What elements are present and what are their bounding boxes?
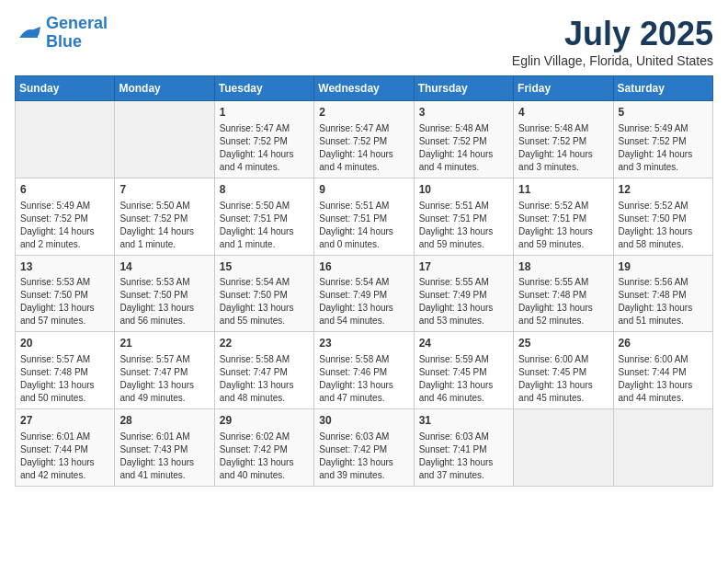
- location: Eglin Village, Florida, United States: [512, 53, 713, 68]
- week-row-3: 13Sunrise: 5:53 AM Sunset: 7:50 PM Dayli…: [16, 255, 713, 332]
- logo: General Blue: [15, 15, 108, 52]
- calendar-cell: 11Sunrise: 5:52 AM Sunset: 7:51 PM Dayli…: [514, 178, 613, 255]
- calendar-cell: [613, 409, 712, 487]
- logo-text: General Blue: [46, 15, 108, 52]
- cell-info: Sunrise: 5:56 AM Sunset: 7:48 PM Dayligh…: [619, 276, 708, 327]
- calendar-cell: 25Sunrise: 6:00 AM Sunset: 7:45 PM Dayli…: [514, 332, 613, 409]
- header-monday: Monday: [115, 76, 214, 101]
- day-number: 28: [119, 413, 209, 429]
- cell-info: Sunrise: 5:54 AM Sunset: 7:49 PM Dayligh…: [319, 276, 408, 327]
- day-number: 20: [20, 336, 109, 351]
- calendar-cell: 16Sunrise: 5:54 AM Sunset: 7:49 PM Dayli…: [314, 255, 414, 332]
- day-number: 21: [119, 336, 209, 351]
- calendar-cell: 31Sunrise: 6:03 AM Sunset: 7:41 PM Dayli…: [414, 409, 513, 487]
- day-number: 3: [419, 105, 508, 121]
- header-wednesday: Wednesday: [314, 76, 414, 101]
- week-row-5: 27Sunrise: 6:01 AM Sunset: 7:44 PM Dayli…: [16, 409, 713, 487]
- cell-info: Sunrise: 6:02 AM Sunset: 7:42 PM Dayligh…: [220, 431, 309, 482]
- title-block: July 2025 Eglin Village, Florida, United…: [512, 15, 713, 68]
- day-number: 24: [419, 336, 508, 351]
- day-number: 26: [619, 336, 708, 351]
- month-title: July 2025: [512, 15, 713, 53]
- day-number: 14: [119, 259, 209, 275]
- calendar-cell: 8Sunrise: 5:50 AM Sunset: 7:51 PM Daylig…: [214, 178, 313, 255]
- calendar-cell: 13Sunrise: 5:53 AM Sunset: 7:50 PM Dayli…: [16, 255, 115, 332]
- cell-info: Sunrise: 5:48 AM Sunset: 7:52 PM Dayligh…: [419, 122, 508, 174]
- cell-info: Sunrise: 5:58 AM Sunset: 7:46 PM Dayligh…: [319, 353, 408, 405]
- day-number: 12: [619, 182, 708, 198]
- day-number: 18: [518, 259, 608, 275]
- calendar-cell: 24Sunrise: 5:59 AM Sunset: 7:45 PM Dayli…: [414, 332, 513, 409]
- header-saturday: Saturday: [613, 76, 712, 101]
- calendar-cell: 6Sunrise: 5:49 AM Sunset: 7:52 PM Daylig…: [16, 178, 115, 255]
- day-number: 29: [220, 413, 309, 429]
- cell-info: Sunrise: 5:51 AM Sunset: 7:51 PM Dayligh…: [319, 200, 408, 251]
- week-row-2: 6Sunrise: 5:49 AM Sunset: 7:52 PM Daylig…: [16, 178, 713, 255]
- cell-info: Sunrise: 6:00 AM Sunset: 7:44 PM Dayligh…: [619, 353, 708, 405]
- day-number: 19: [619, 259, 708, 275]
- calendar-header-row: SundayMondayTuesdayWednesdayThursdayFrid…: [16, 76, 713, 101]
- cell-info: Sunrise: 5:50 AM Sunset: 7:51 PM Dayligh…: [220, 200, 309, 251]
- week-row-4: 20Sunrise: 5:57 AM Sunset: 7:48 PM Dayli…: [16, 332, 713, 409]
- cell-info: Sunrise: 5:57 AM Sunset: 7:48 PM Dayligh…: [20, 353, 109, 405]
- calendar-cell: 19Sunrise: 5:56 AM Sunset: 7:48 PM Dayli…: [613, 255, 712, 332]
- day-number: 9: [319, 182, 408, 198]
- header-thursday: Thursday: [414, 76, 513, 101]
- logo-line1: General: [46, 14, 108, 32]
- day-number: 16: [319, 259, 408, 275]
- calendar-cell: 18Sunrise: 5:55 AM Sunset: 7:48 PM Dayli…: [514, 255, 613, 332]
- cell-info: Sunrise: 5:58 AM Sunset: 7:47 PM Dayligh…: [220, 353, 309, 405]
- cell-info: Sunrise: 5:53 AM Sunset: 7:50 PM Dayligh…: [119, 276, 209, 327]
- logo-line2: Blue: [46, 32, 82, 51]
- calendar-cell: 23Sunrise: 5:58 AM Sunset: 7:46 PM Dayli…: [314, 332, 414, 409]
- cell-info: Sunrise: 6:01 AM Sunset: 7:44 PM Dayligh…: [20, 431, 109, 482]
- day-number: 17: [419, 259, 508, 275]
- calendar-cell: 2Sunrise: 5:47 AM Sunset: 7:52 PM Daylig…: [314, 101, 414, 178]
- calendar-cell: 10Sunrise: 5:51 AM Sunset: 7:51 PM Dayli…: [414, 178, 513, 255]
- day-number: 6: [20, 182, 109, 198]
- calendar-cell: 21Sunrise: 5:57 AM Sunset: 7:47 PM Dayli…: [115, 332, 214, 409]
- cell-info: Sunrise: 6:03 AM Sunset: 7:41 PM Dayligh…: [419, 431, 508, 482]
- calendar-cell: 27Sunrise: 6:01 AM Sunset: 7:44 PM Dayli…: [16, 409, 115, 487]
- day-number: 30: [319, 413, 408, 429]
- calendar-cell: [115, 101, 214, 178]
- day-number: 1: [220, 105, 309, 121]
- calendar-cell: 22Sunrise: 5:58 AM Sunset: 7:47 PM Dayli…: [214, 332, 313, 409]
- cell-info: Sunrise: 5:54 AM Sunset: 7:50 PM Dayligh…: [220, 276, 309, 327]
- page-header: General Blue July 2025 Eglin Village, Fl…: [15, 15, 713, 68]
- cell-info: Sunrise: 5:49 AM Sunset: 7:52 PM Dayligh…: [20, 200, 109, 251]
- day-number: 22: [220, 336, 309, 351]
- cell-info: Sunrise: 5:52 AM Sunset: 7:50 PM Dayligh…: [619, 200, 708, 251]
- calendar-cell: 30Sunrise: 6:03 AM Sunset: 7:42 PM Dayli…: [314, 409, 414, 487]
- day-number: 5: [619, 105, 708, 121]
- calendar-cell: 4Sunrise: 5:48 AM Sunset: 7:52 PM Daylig…: [514, 101, 613, 178]
- cell-info: Sunrise: 5:51 AM Sunset: 7:51 PM Dayligh…: [419, 200, 508, 251]
- day-number: 11: [518, 182, 608, 198]
- day-number: 4: [518, 105, 608, 121]
- cell-info: Sunrise: 5:55 AM Sunset: 7:49 PM Dayligh…: [419, 276, 508, 327]
- day-number: 8: [220, 182, 309, 198]
- calendar-cell: 7Sunrise: 5:50 AM Sunset: 7:52 PM Daylig…: [115, 178, 214, 255]
- calendar-cell: [16, 101, 115, 178]
- calendar-table: SundayMondayTuesdayWednesdayThursdayFrid…: [15, 75, 713, 487]
- cell-info: Sunrise: 5:59 AM Sunset: 7:45 PM Dayligh…: [419, 353, 508, 405]
- day-number: 13: [20, 259, 109, 275]
- cell-info: Sunrise: 5:48 AM Sunset: 7:52 PM Dayligh…: [518, 122, 608, 174]
- calendar-cell: 29Sunrise: 6:02 AM Sunset: 7:42 PM Dayli…: [214, 409, 313, 487]
- cell-info: Sunrise: 6:00 AM Sunset: 7:45 PM Dayligh…: [518, 353, 608, 405]
- day-number: 15: [220, 259, 309, 275]
- header-sunday: Sunday: [16, 76, 115, 101]
- cell-info: Sunrise: 5:49 AM Sunset: 7:52 PM Dayligh…: [619, 122, 708, 174]
- calendar-cell: 28Sunrise: 6:01 AM Sunset: 7:43 PM Dayli…: [115, 409, 214, 487]
- calendar-cell: 14Sunrise: 5:53 AM Sunset: 7:50 PM Dayli…: [115, 255, 214, 332]
- calendar-cell: 1Sunrise: 5:47 AM Sunset: 7:52 PM Daylig…: [214, 101, 313, 178]
- calendar-cell: 3Sunrise: 5:48 AM Sunset: 7:52 PM Daylig…: [414, 101, 513, 178]
- day-number: 10: [419, 182, 508, 198]
- cell-info: Sunrise: 5:53 AM Sunset: 7:50 PM Dayligh…: [20, 276, 109, 327]
- week-row-1: 1Sunrise: 5:47 AM Sunset: 7:52 PM Daylig…: [16, 101, 713, 178]
- cell-info: Sunrise: 5:55 AM Sunset: 7:48 PM Dayligh…: [518, 276, 608, 327]
- day-number: 23: [319, 336, 408, 351]
- logo-icon: [15, 19, 42, 47]
- cell-info: Sunrise: 5:47 AM Sunset: 7:52 PM Dayligh…: [220, 122, 309, 174]
- day-number: 25: [518, 336, 608, 351]
